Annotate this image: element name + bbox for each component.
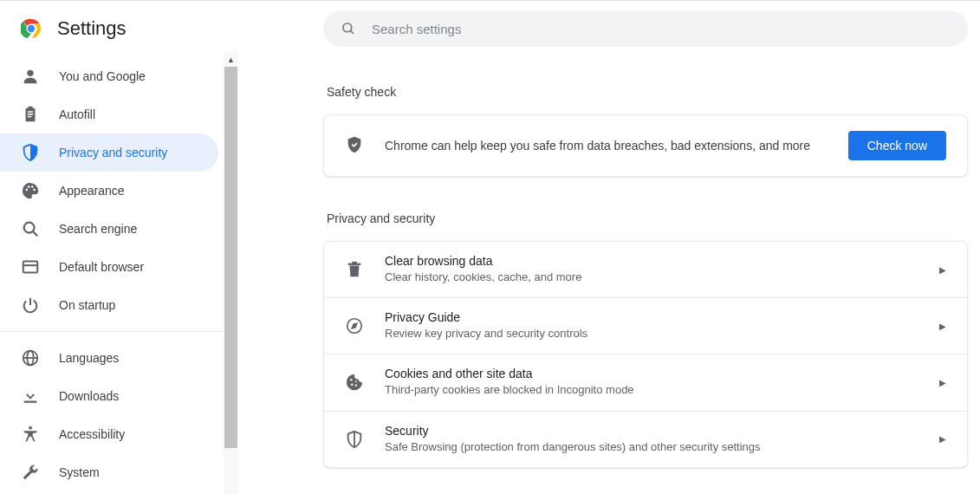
row-title: Clear browsing data xyxy=(385,254,918,268)
shield-outline-icon xyxy=(345,430,364,449)
svg-rect-5 xyxy=(28,107,33,110)
scroll-thumb[interactable] xyxy=(224,67,237,448)
sidebar-item-autofill[interactable]: Autofill xyxy=(0,95,218,133)
sidebar-item-downloads[interactable]: Downloads xyxy=(0,377,218,415)
sidebar-item-label: Appearance xyxy=(59,184,125,198)
row-subtitle: Safe Browsing (protection from dangerous… xyxy=(385,439,918,455)
power-icon xyxy=(21,296,40,315)
row-title: Security xyxy=(385,424,918,438)
row-subtitle: Review key privacy and security controls xyxy=(385,326,918,341)
row-subtitle: Third-party cookies are blocked in Incog… xyxy=(385,382,918,398)
svg-rect-22 xyxy=(24,401,37,403)
safety-check-card: Chrome can help keep you safe from data … xyxy=(323,114,968,177)
sidebar-item-label: On startup xyxy=(59,298,115,312)
privacy-security-heading: Privacy and security xyxy=(327,211,968,225)
search-icon xyxy=(21,219,40,238)
page-title: Settings xyxy=(57,17,127,40)
chevron-right-icon: ▶ xyxy=(939,265,946,275)
search-input[interactable] xyxy=(372,22,951,36)
chevron-right-icon: ▶ xyxy=(939,434,946,444)
svg-point-9 xyxy=(26,189,29,192)
svg-point-11 xyxy=(31,185,34,188)
globe-icon xyxy=(21,348,40,367)
privacy-list-card: Clear browsing dataClear history, cookie… xyxy=(323,241,968,468)
sidebar-item-appearance[interactable]: Appearance xyxy=(0,172,218,210)
chrome-logo-icon xyxy=(21,18,42,39)
scroll-up-icon[interactable]: ▲ xyxy=(224,52,238,67)
svg-point-3 xyxy=(27,70,33,76)
svg-rect-6 xyxy=(28,111,33,112)
row-title: Privacy Guide xyxy=(385,310,918,324)
privacy-row-clear-browsing-data[interactable]: Clear browsing dataClear history, cookie… xyxy=(324,242,967,298)
svg-rect-7 xyxy=(28,114,33,114)
chevron-right-icon: ▶ xyxy=(939,378,946,387)
shield-check-icon xyxy=(345,135,364,157)
svg-rect-8 xyxy=(28,116,32,117)
svg-point-24 xyxy=(343,23,352,32)
sidebar-item-languages[interactable]: Languages xyxy=(0,339,218,377)
sidebar-item-search-engine[interactable]: Search engine xyxy=(0,210,218,248)
sidebar-item-label: Search engine xyxy=(59,222,137,236)
row-subtitle: Clear history, cookies, cache, and more xyxy=(385,270,918,285)
sidebar-divider xyxy=(0,331,224,332)
sidebar-item-label: Default browser xyxy=(59,260,144,274)
sidebar-item-on-startup[interactable]: On startup xyxy=(0,286,218,324)
privacy-row-privacy-guide[interactable]: Privacy GuideReview key privacy and secu… xyxy=(324,298,967,354)
svg-line-25 xyxy=(350,30,354,34)
search-icon xyxy=(341,21,356,36)
header: Settings xyxy=(0,2,238,52)
svg-point-23 xyxy=(29,426,32,430)
safety-check-heading: Safety check xyxy=(327,85,968,99)
privacy-row-cookies-and-other-site-data[interactable]: Cookies and other site dataThird-party c… xyxy=(324,354,967,411)
clipboard-icon xyxy=(21,105,40,124)
compass-icon xyxy=(345,316,364,335)
accessibility-icon xyxy=(21,425,40,444)
sidebar-item-label: You and Google xyxy=(59,69,146,83)
svg-rect-27 xyxy=(352,262,357,263)
search-settings[interactable] xyxy=(323,10,968,47)
wrench-icon xyxy=(21,463,40,482)
person-icon xyxy=(21,67,40,86)
chevron-right-icon: ▶ xyxy=(939,322,946,331)
sidebar-item-system[interactable]: System xyxy=(0,453,218,491)
svg-line-14 xyxy=(33,231,37,236)
cookie-icon xyxy=(345,373,364,392)
sidebar-item-label: Accessibility xyxy=(59,427,125,441)
row-title: Cookies and other site data xyxy=(385,367,918,380)
palette-icon xyxy=(21,181,40,200)
svg-point-32 xyxy=(355,381,357,383)
svg-point-30 xyxy=(351,384,353,386)
svg-point-12 xyxy=(33,189,36,192)
sidebar-item-accessibility[interactable]: Accessibility xyxy=(0,415,218,453)
svg-point-13 xyxy=(24,223,35,233)
sidebar-item-label: Downloads xyxy=(59,389,119,403)
sidebar-item-label: Privacy and security xyxy=(59,146,167,159)
svg-point-31 xyxy=(355,385,357,387)
sidebar-item-default-browser[interactable]: Default browser xyxy=(0,248,218,286)
sidebar-item-you-and-google[interactable]: You and Google xyxy=(0,57,218,95)
window-icon xyxy=(21,257,40,276)
sidebar-item-privacy-and-security[interactable]: Privacy and security xyxy=(0,133,218,172)
svg-rect-15 xyxy=(23,262,38,273)
trash-icon xyxy=(345,260,364,279)
shield-half-icon xyxy=(21,143,40,162)
sidebar-item-label: System xyxy=(59,465,100,479)
privacy-row-security[interactable]: SecuritySafe Browsing (protection from d… xyxy=(324,412,967,467)
svg-point-2 xyxy=(28,25,35,32)
sidebar-item-label: Autofill xyxy=(59,107,95,121)
safety-message: Chrome can help keep you safe from data … xyxy=(385,139,827,153)
svg-point-10 xyxy=(28,185,30,188)
sidebar-item-label: Languages xyxy=(59,351,119,365)
download-icon xyxy=(21,387,40,406)
sidebar: You and GoogleAutofillPrivacy and securi… xyxy=(0,52,238,494)
check-now-button[interactable]: Check now xyxy=(848,131,946,160)
sidebar-scrollbar[interactable]: ▲ xyxy=(224,52,238,494)
svg-point-29 xyxy=(350,380,352,381)
